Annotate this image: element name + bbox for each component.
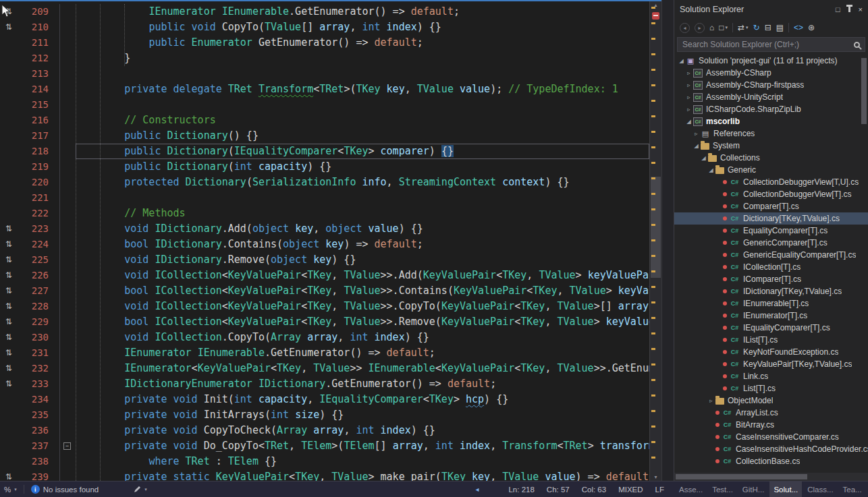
code-line[interactable]: 217 public Dictionary() {} bbox=[0, 128, 649, 144]
tree-item[interactable]: ▹C#Assembly-CSharp-firstpass bbox=[674, 79, 868, 91]
tree-item[interactable]: C#Comparer[T].cs bbox=[674, 200, 868, 212]
tree-item[interactable]: ▹▤References bbox=[674, 127, 868, 140]
panel-tab-solut[interactable]: Solut... bbox=[769, 481, 802, 497]
code-line[interactable]: ⇅232 IEnumerator<KeyValuePair<TKey, TVal… bbox=[0, 361, 649, 376]
code-line[interactable]: 218 public Dictionary(IEqualityComparer<… bbox=[0, 144, 649, 159]
code-line[interactable]: 236 private void CopyToCheck(Array array… bbox=[0, 423, 649, 438]
code-line[interactable]: 212 } bbox=[0, 51, 649, 66]
tree-item[interactable]: C#IDictionary[TKey,TValue].cs bbox=[674, 285, 868, 297]
code-line[interactable]: 220 protected Dictionary(SerializationIn… bbox=[0, 175, 649, 190]
code-line[interactable]: ⇅229 bool ICollection<KeyValuePair<TKey,… bbox=[0, 314, 649, 330]
collapse-arrow-icon[interactable]: ◢ bbox=[699, 154, 708, 161]
tree-item[interactable]: C#IEnumerable[T].cs bbox=[674, 297, 868, 310]
tree-item[interactable]: C#GenericEqualityComparer[T].cs bbox=[674, 249, 868, 261]
code-line[interactable]: 222 // Methods bbox=[0, 206, 649, 221]
issues-status[interactable]: i No issues found bbox=[27, 481, 103, 497]
home-icon[interactable]: ⌂ bbox=[709, 22, 714, 34]
updown-arrows-icon[interactable]: ⇅ bbox=[5, 224, 12, 233]
expand-arrow-icon[interactable]: ▹ bbox=[707, 397, 715, 404]
search-input[interactable] bbox=[682, 40, 850, 49]
search-icon[interactable] bbox=[854, 42, 860, 48]
collapse-arrow-icon[interactable]: ◢ bbox=[707, 167, 715, 173]
encoding-indicator[interactable]: MIXED bbox=[618, 486, 643, 494]
updown-arrows-icon[interactable]: ⇅ bbox=[5, 348, 12, 357]
tree-item[interactable]: ◢▣Solution 'project-gui' (11 of 11 proje… bbox=[674, 55, 868, 67]
code-line[interactable]: ⇅228 void ICollection<KeyValuePair<TKey,… bbox=[0, 299, 649, 314]
scrollbar-thumb[interactable] bbox=[651, 177, 661, 278]
scrollbar-thumb[interactable] bbox=[676, 474, 807, 479]
code-line[interactable]: 214 private delegate TRet Transform<TRet… bbox=[0, 82, 649, 97]
panel-splitter[interactable] bbox=[661, 0, 674, 481]
eol-indicator[interactable]: LF bbox=[655, 486, 664, 494]
updown-arrows-icon[interactable]: ⇅ bbox=[5, 472, 12, 481]
collapse-arrow-icon[interactable]: ◢ bbox=[684, 118, 693, 125]
tree-item[interactable]: ▹ObjectModel bbox=[674, 394, 868, 407]
code-line[interactable]: ⇅239 private static KeyValuePair<TKey, T… bbox=[0, 469, 649, 481]
tree-item[interactable]: C#CollectionBase.cs bbox=[674, 455, 868, 467]
code-line[interactable]: ⇅230 void ICollection.CopyTo(Array array… bbox=[0, 330, 649, 345]
updown-arrows-icon[interactable]: ⇅ bbox=[5, 301, 12, 311]
code-line[interactable]: ⇅210 public void CopyTo(TValue[] array, … bbox=[0, 20, 649, 35]
expand-arrow-icon[interactable]: ▹ bbox=[684, 82, 693, 88]
hscroll-left-arrow-icon[interactable]: ◂ bbox=[475, 486, 479, 493]
tree-item[interactable]: C#IEnumerator[T].cs bbox=[674, 310, 868, 322]
tree-item[interactable]: C#IEqualityComparer[T].cs bbox=[674, 322, 868, 334]
expand-arrow-icon[interactable]: ▹ bbox=[684, 94, 693, 100]
panel-tab-gith[interactable]: GitH... bbox=[738, 481, 769, 497]
tree-item[interactable]: C#CaseInsensitiveComparer.cs bbox=[674, 431, 868, 443]
collapse-all-icon[interactable]: ⊟ bbox=[765, 22, 771, 34]
switch-views-icon[interactable]: □▾ bbox=[719, 22, 728, 34]
navigate-back-icon[interactable]: ◂ bbox=[680, 23, 690, 33]
code-line[interactable]: ⇅225 void IDictionary.Remove(object key)… bbox=[0, 252, 649, 268]
code-line[interactable]: 238 where TRet : TElem {} bbox=[0, 454, 649, 469]
updown-arrows-icon[interactable]: ⇅ bbox=[5, 332, 12, 342]
updown-arrows-icon[interactable]: ⇅ bbox=[5, 22, 12, 32]
tree-item[interactable]: C#ICollection[T].cs bbox=[674, 261, 868, 273]
sync-with-active-document-icon[interactable]: ⇄▾ bbox=[738, 22, 749, 34]
collapse-arrow-icon[interactable]: ◢ bbox=[692, 142, 701, 149]
expand-arrow-icon[interactable]: ▹ bbox=[692, 130, 701, 137]
tree-item[interactable]: C#CollectionDebuggerView[T].cs bbox=[674, 188, 868, 200]
code-line[interactable]: 234 private void Init(int capacity, IEqu… bbox=[0, 392, 649, 407]
refresh-icon[interactable]: ↻ bbox=[753, 22, 760, 34]
navigate-forward-icon[interactable]: ▸ bbox=[695, 23, 705, 33]
tree-item[interactable]: C#CollectionDebuggerView[T,U].cs bbox=[674, 176, 868, 188]
tree-item[interactable]: C#KeyValuePair[TKey,TValue].cs bbox=[674, 358, 868, 370]
code-line[interactable]: 215 bbox=[0, 97, 649, 113]
code-line[interactable]: 221 bbox=[0, 190, 649, 206]
tree-item[interactable]: ▹C#Assembly-CSharp bbox=[674, 67, 868, 79]
code-area[interactable]: ⇅209 IEnumerator IEnumerable.GetEnumerat… bbox=[0, 1, 649, 481]
error-indicator-icon[interactable] bbox=[652, 12, 659, 20]
code-line[interactable]: 213 bbox=[0, 66, 649, 82]
code-line[interactable]: ⇅227 bool ICollection<KeyValuePair<TKey,… bbox=[0, 283, 649, 299]
code-line[interactable]: ⇅233 IDictionaryEnumerator IDictionary.G… bbox=[0, 376, 649, 392]
code-line[interactable]: ⇅231 IEnumerator IEnumerable.GetEnumerat… bbox=[0, 345, 649, 361]
code-line[interactable]: ⇅209 IEnumerator IEnumerable.GetEnumerat… bbox=[0, 4, 649, 20]
tree-item[interactable]: ▹C#ICSharpCode.SharpZipLib bbox=[674, 103, 868, 115]
collapse-region-button[interactable]: − bbox=[63, 442, 71, 450]
panel-tab-asse[interactable]: Asse... bbox=[675, 481, 707, 497]
tree-item[interactable]: C#Link.cs bbox=[674, 370, 868, 382]
scroll-down-icon[interactable]: ▾ bbox=[650, 474, 661, 480]
code-line[interactable]: 219 public Dictionary(int capacity) {} bbox=[0, 159, 649, 175]
tree-item[interactable]: C#Dictionary[TKey,TValue].cs bbox=[674, 212, 868, 225]
scrollbar-thumb[interactable] bbox=[861, 58, 867, 124]
tree-item[interactable]: ◢Generic bbox=[674, 164, 868, 176]
code-line[interactable]: 216 // Constructors bbox=[0, 113, 649, 128]
code-line[interactable]: ⇅226 void ICollection<KeyValuePair<TKey,… bbox=[0, 268, 649, 283]
tree-item[interactable]: ◢C#mscorlib bbox=[674, 115, 868, 127]
editor-vscrollbar[interactable]: ▴ ▾ bbox=[649, 1, 661, 481]
show-all-files-icon[interactable]: ▤ bbox=[776, 22, 784, 34]
tree-item[interactable]: ▹C#Assembly-UnityScript bbox=[674, 91, 868, 103]
updown-arrows-icon[interactable]: ⇅ bbox=[5, 379, 12, 388]
expand-arrow-icon[interactable]: ▹ bbox=[684, 106, 693, 113]
tree-item[interactable]: C#ArrayList.cs bbox=[674, 407, 868, 419]
updown-arrows-icon[interactable]: ⇅ bbox=[5, 239, 12, 249]
tree-item[interactable]: C#GenericComparer[T].cs bbox=[674, 237, 868, 249]
updown-arrows-icon[interactable]: ⇅ bbox=[5, 7, 12, 16]
tree-item[interactable]: C#IComparer[T].cs bbox=[674, 273, 868, 285]
properties-icon[interactable]: ⊛ bbox=[808, 22, 815, 34]
close-icon[interactable]: × bbox=[859, 5, 863, 13]
window-frames-icon[interactable]: □ bbox=[836, 5, 840, 13]
code-editor[interactable]: ⇅209 IEnumerator IEnumerable.GetEnumerat… bbox=[0, 0, 661, 481]
